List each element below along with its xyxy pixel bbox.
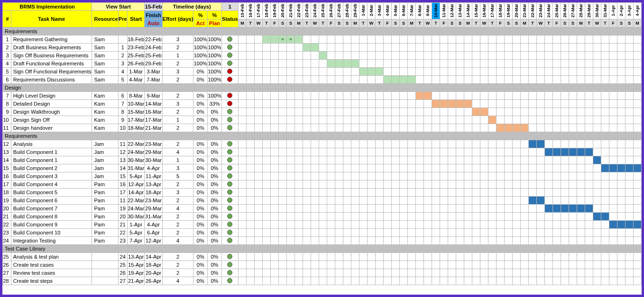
cell-effort[interactable]: 4 — [162, 148, 193, 156]
cell-pre[interactable]: 17 — [118, 189, 127, 197]
cell-id[interactable]: 10 — [3, 116, 11, 124]
cell-pre[interactable]: 6 — [118, 92, 127, 100]
cell-plan[interactable]: 100% — [208, 68, 222, 76]
cell-pre[interactable]: 26 — [118, 269, 127, 277]
section-header[interactable]: Design — [3, 84, 642, 92]
cell-start[interactable]: 21-Apr — [127, 277, 145, 285]
cell-effort[interactable]: 2 — [162, 44, 193, 52]
cell-task[interactable]: Build Component 8 — [11, 213, 92, 221]
cell-id[interactable]: 15 — [3, 164, 11, 172]
cell-plan[interactable]: 0% — [208, 205, 222, 213]
cell-finish[interactable]: 14-Apr — [145, 253, 162, 261]
cell-act[interactable]: 0% — [193, 92, 208, 100]
table-row[interactable]: 16Build Component 3Jam155-Apr11-Apr50%0% — [3, 172, 642, 180]
cell-act[interactable]: 100% — [193, 60, 208, 68]
cell-id[interactable]: 16 — [3, 172, 11, 180]
cell-resource[interactable]: Kam — [92, 124, 118, 132]
cell-act[interactable]: 0% — [193, 180, 208, 189]
cell-start[interactable]: 15-Mar — [127, 108, 145, 116]
cell-effort[interactable]: 2 — [162, 76, 193, 84]
cell-act[interactable]: 0% — [193, 261, 208, 269]
cell-pre[interactable]: 25 — [118, 261, 127, 269]
cell-resource[interactable]: Jam — [92, 148, 118, 156]
cell-plan[interactable]: 0% — [208, 180, 222, 189]
cell-start[interactable]: 1-Mar — [127, 68, 145, 76]
table-row[interactable]: 27Review test cases2619-Apr20-Apr20%0% — [3, 269, 642, 277]
cell-task[interactable]: Requirements Discussions — [11, 76, 92, 84]
cell-start[interactable]: 12-Apr — [127, 180, 145, 189]
cell-task[interactable]: Analysis — [11, 140, 92, 148]
cell-act[interactable]: 0% — [193, 108, 208, 116]
cell-pre[interactable] — [118, 36, 127, 44]
table-row[interactable]: 6Requirements DiscussionsSam54-Mar7-Mar2… — [3, 76, 642, 84]
cell-finish[interactable]: 18-Apr — [145, 261, 162, 269]
cell-resource[interactable]: Sam — [92, 52, 118, 60]
cell-effort[interactable]: 1 — [162, 116, 193, 124]
cell-task[interactable]: Build Component 1 — [11, 156, 92, 164]
cell-task[interactable]: Build Component 1 — [11, 148, 92, 156]
cell-finish[interactable]: 9-Mar — [145, 92, 162, 100]
cell-effort[interactable]: 2 — [162, 221, 193, 229]
table-row[interactable]: 14Build Component 1Jam1330-Mar30-Mar10%0… — [3, 156, 642, 164]
cell-finish[interactable]: 29-Mar — [145, 148, 162, 156]
cell-resource[interactable]: Jam — [92, 156, 118, 164]
cell-finish[interactable]: 26-Apr — [145, 277, 162, 285]
cell-effort[interactable]: 2 — [162, 197, 193, 205]
cell-resource[interactable]: Pam — [92, 229, 118, 237]
cell-id[interactable]: 18 — [3, 189, 11, 197]
cell-finish[interactable]: 18-Apr — [145, 189, 162, 197]
table-row[interactable]: 7High Level DesignKam68-Mar9-Mar20%100% — [3, 92, 642, 100]
cell-effort[interactable]: 4 — [162, 237, 193, 245]
cell-act[interactable]: 0% — [193, 197, 208, 205]
cell-task[interactable]: Build Component 4 — [11, 180, 92, 189]
cell-id[interactable]: 27 — [3, 269, 11, 277]
cell-task[interactable]: High Level Design — [11, 92, 92, 100]
cell-act[interactable]: 0% — [193, 148, 208, 156]
cell-pre[interactable]: 5 — [118, 76, 127, 84]
cell-act[interactable]: 0% — [193, 277, 208, 285]
cell-id[interactable]: 8 — [3, 100, 11, 108]
cell-plan[interactable]: 0% — [208, 277, 222, 285]
cell-id[interactable]: 14 — [3, 156, 11, 164]
cell-id[interactable]: 9 — [3, 108, 11, 116]
cell-pre[interactable]: 15 — [118, 172, 127, 180]
cell-pre[interactable]: 13 — [118, 156, 127, 164]
cell-start[interactable]: 5-Apr — [127, 229, 145, 237]
cell-effort[interactable]: 3 — [162, 100, 193, 108]
cell-resource[interactable] — [92, 253, 118, 261]
cell-pre[interactable]: 22 — [118, 229, 127, 237]
table-row[interactable]: 3Sign Off Business RequirementsSam225-Fe… — [3, 52, 642, 60]
cell-plan[interactable]: 0% — [208, 164, 222, 172]
cell-resource[interactable]: Pam — [92, 197, 118, 205]
cell-start[interactable]: 30-Mar — [127, 213, 145, 221]
table-row[interactable]: 9Design WalkthroughKam815-Mar16-Mar20%0% — [3, 108, 642, 116]
cell-plan[interactable]: 0% — [208, 189, 222, 197]
table-row[interactable]: 11Design handoverKam1018-Mar21-Mar20%0% — [3, 124, 642, 132]
cell-pre[interactable]: 19 — [118, 205, 127, 213]
cell-act[interactable]: 0% — [193, 229, 208, 237]
cell-plan[interactable]: 0% — [208, 237, 222, 245]
cell-start[interactable]: 31-Mar — [127, 164, 145, 172]
cell-plan[interactable]: 0% — [208, 156, 222, 164]
cell-task[interactable]: Sign Off Functional Requirements — [11, 68, 92, 76]
cell-effort[interactable]: 3 — [162, 189, 193, 197]
cell-act[interactable]: 0% — [193, 140, 208, 148]
cell-task[interactable]: Build Component 6 — [11, 197, 92, 205]
cell-act[interactable]: 0% — [193, 189, 208, 197]
cell-plan[interactable]: 0% — [208, 221, 222, 229]
cell-pre[interactable]: 2 — [118, 52, 127, 60]
section-header[interactable]: Test Case Library — [3, 245, 642, 253]
cell-plan[interactable]: 0% — [208, 108, 222, 116]
cell-id[interactable]: 2 — [3, 44, 11, 52]
cell-pre[interactable]: 27 — [118, 277, 127, 285]
cell-plan[interactable]: 0% — [208, 253, 222, 261]
cell-plan[interactable]: 0% — [208, 172, 222, 180]
cell-pre[interactable]: 7 — [118, 100, 127, 108]
cell-finish[interactable]: 29-Mar — [145, 205, 162, 213]
cell-resource[interactable]: Jam — [92, 172, 118, 180]
cell-effort[interactable]: 2 — [162, 269, 193, 277]
cell-act[interactable]: 0% — [193, 237, 208, 245]
cell-pre[interactable]: 11 — [118, 197, 127, 205]
cell-finish[interactable]: 3-Mar — [145, 68, 162, 76]
cell-finish[interactable]: 16-Mar — [145, 108, 162, 116]
